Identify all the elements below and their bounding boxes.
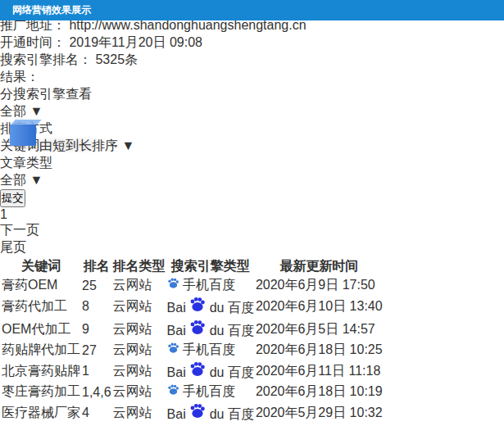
- baidu-paw-icon: [167, 384, 183, 398]
- baidu-logo-cn: 百度: [228, 301, 254, 315]
- table-header-row: 关键词 排名 排名类型 搜索引擎类型 最新更新时间: [2, 258, 383, 275]
- update-time-cell: 2020年6月18日 10:25: [256, 342, 383, 359]
- baidu-logo-du: du: [210, 301, 225, 315]
- update-time-cell: 2020年6月11日 11:18: [256, 360, 383, 382]
- baidu-logo: Bai du 百度: [167, 365, 254, 379]
- rank-type-cell: 云网站: [113, 319, 166, 340]
- rank-type-cell: 云网站: [113, 383, 166, 401]
- update-time-cell: 2020年5月29日 10:32: [256, 402, 383, 424]
- mobile-baidu-logo: 手机百度: [167, 278, 235, 292]
- header-update-time: 最新更新时间: [256, 258, 383, 275]
- rank-link[interactable]: 1,4,6: [82, 385, 111, 399]
- rank-link[interactable]: 1: [82, 364, 89, 378]
- table-row: 枣庄膏药加工 1,4,6 云网站 手机百度 2020年6月18日 10:19: [2, 383, 383, 401]
- baidu-paw-icon: du: [189, 407, 228, 421]
- baidu-logo-du: du: [210, 365, 225, 379]
- keyword-cell: 膏药OEM: [2, 277, 80, 294]
- baidu-logo-bai: Bai: [167, 407, 186, 421]
- rank-link[interactable]: 4: [82, 406, 89, 419]
- baidu-logo-bai: Bai: [167, 301, 186, 315]
- last-page-button[interactable]: 尾页: [0, 239, 504, 256]
- article-type-label: 文章类型: [0, 156, 52, 170]
- keyword-cell: 膏药代加工: [2, 296, 80, 317]
- header-keyword: 关键词: [2, 258, 80, 275]
- bar-blue: [10, 125, 36, 146]
- update-time-cell: 2020年6月9日 17:50: [256, 277, 383, 294]
- keyword-cell: 枣庄膏药加工: [2, 383, 80, 401]
- update-time-cell: 2020年6月5日 14:57: [256, 319, 383, 340]
- baidu-logo-cn: 百度: [228, 407, 254, 421]
- baidu-paw-icon: [167, 342, 183, 356]
- baidu-logo: Bai du 百度: [167, 301, 254, 315]
- pagination: 1 下一页 尾页: [0, 207, 504, 256]
- keyword-rank-table: 关键词 排名 排名类型 搜索引擎类型 最新更新时间 膏药OEM 25 云网站 手…: [0, 256, 384, 426]
- baidu-logo-bai: Bai: [167, 324, 186, 338]
- header-rank-type: 排名类型: [113, 258, 166, 275]
- baidu-logo: Bai du 百度: [167, 324, 254, 338]
- rank-link[interactable]: 27: [82, 343, 97, 357]
- article-type-select[interactable]: 全部 ▼: [0, 172, 504, 189]
- update-time-cell: 2020年6月10日 13:40: [256, 296, 383, 317]
- mobile-baidu-logo: 手机百度: [167, 384, 235, 398]
- baidu-paw-icon: du: [189, 324, 228, 338]
- baidu-logo: Bai du 百度: [167, 407, 254, 421]
- growth-chart-illustration: [0, 25, 152, 156]
- page-1-button[interactable]: 1: [0, 207, 504, 222]
- mobile-baidu-logo: 手机百度: [167, 342, 235, 356]
- rank-type-cell: 云网站: [113, 296, 166, 317]
- baidu-logo-bai: Bai: [167, 365, 186, 379]
- table-row: 北京膏药贴牌 1 云网站 Bai du 百度 2020年6月11日 11:18: [2, 360, 383, 382]
- keyword-cell: 北京膏药贴牌: [2, 360, 80, 382]
- table-row: 膏药代加工 8 云网站 Bai du 百度 2020年6月10日 13:40: [2, 296, 383, 317]
- rank-type-cell: 云网站: [113, 342, 166, 359]
- engine-label: 手机百度: [183, 384, 235, 398]
- marketing-report-page: 网络营销效果展示 会员公司： 山东皇圣堂药业有限公司 推广地址： http://…: [0, 0, 504, 426]
- rank-link[interactable]: 25: [82, 279, 97, 292]
- baidu-paw-icon: du: [189, 365, 228, 379]
- keyword-cell: OEM代加工: [2, 319, 80, 340]
- keyword-cell: 药贴牌代加工: [2, 342, 80, 359]
- table-row: 药贴牌代加工 27 云网站 手机百度 2020年6月18日 10:25: [2, 342, 383, 359]
- rank-type-cell: 云网站: [113, 402, 166, 424]
- baidu-paw-icon: du: [189, 301, 228, 315]
- submit-button[interactable]: 提交: [0, 189, 25, 207]
- page-title: 网络营销效果展示: [0, 0, 504, 20]
- rank-link[interactable]: 8: [82, 299, 89, 313]
- baidu-logo-cn: 百度: [228, 365, 254, 379]
- table-row: 膏药OEM 25 云网站 手机百度 2020年6月9日 17:50: [2, 277, 383, 294]
- article-type-selected: 全部: [0, 173, 26, 187]
- rank-type-cell: 云网站: [113, 277, 166, 294]
- baidu-logo-du: du: [210, 324, 225, 338]
- engine-label: 手机百度: [183, 278, 235, 292]
- bar-green: [38, 115, 59, 146]
- rank-type-cell: 云网站: [113, 360, 166, 382]
- keyword-cell: 医疗器械厂家: [2, 402, 80, 424]
- header-engine-type: 搜索引擎类型: [167, 258, 254, 275]
- baidu-paw-icon: [167, 278, 183, 292]
- chevron-down-icon: ▼: [30, 173, 43, 187]
- baidu-logo-cn: 百度: [228, 324, 254, 338]
- table-row: 医疗器械厂家 4 云网站 Bai du 百度 2020年5月29日 10:32: [2, 402, 383, 424]
- header-rank: 排名: [82, 258, 111, 275]
- table-row: OEM代加工 9 云网站 Bai du 百度 2020年6月5日 14:57: [2, 319, 383, 340]
- update-time-cell: 2020年6月18日 10:19: [256, 383, 383, 401]
- next-page-button[interactable]: 下一页: [0, 222, 504, 239]
- rank-link[interactable]: 9: [82, 322, 89, 336]
- baidu-logo-du: du: [210, 407, 225, 421]
- engine-label: 手机百度: [183, 342, 235, 356]
